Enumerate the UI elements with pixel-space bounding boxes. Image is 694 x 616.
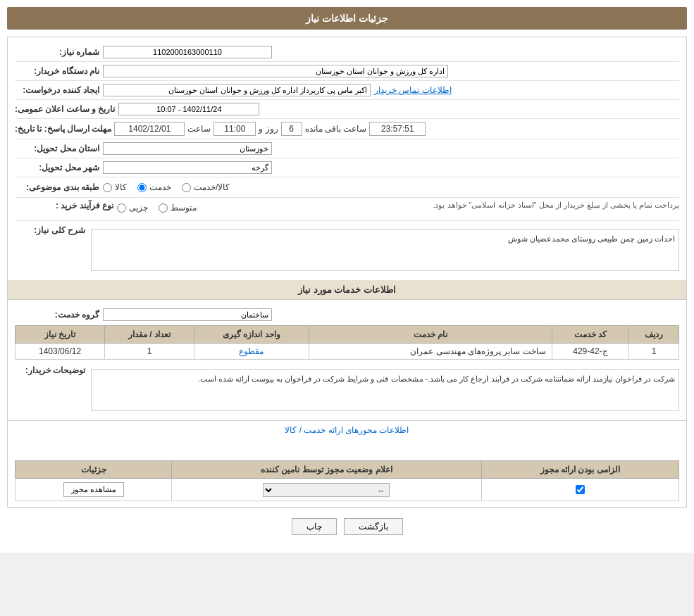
cell-date: 1403/06/12 xyxy=(16,344,105,360)
need-description-label: شرح کلی نیاز: xyxy=(15,225,85,235)
deadline-time-label: ساعت xyxy=(187,124,211,134)
col-service-code: کد خدمت xyxy=(552,326,628,344)
buyer-org-input[interactable] xyxy=(103,65,448,77)
status-cell: -- xyxy=(172,479,481,501)
cell-service-name: ساخت سایر پروژه‌های مهندسی عمران xyxy=(309,344,552,360)
purchase-minor-label: جزیی xyxy=(129,203,148,213)
province-label: استان محل تحویل: xyxy=(15,144,99,153)
purchase-minor-radio[interactable] xyxy=(117,203,126,213)
purchase-note: پرداخت تمام یا بخشی از مبلغ خریدار از مح… xyxy=(200,201,679,210)
buyer-org-label: نام دستگاه خریدار: xyxy=(15,66,99,76)
deadline-date-value: 1402/12/01 xyxy=(114,122,185,136)
province-input[interactable] xyxy=(103,142,272,155)
category-khidmat-radio[interactable] xyxy=(137,183,147,192)
category-kala-khidmat-label: کالا/خدمت xyxy=(194,182,230,192)
col-date: تاریخ نیاز xyxy=(16,326,105,344)
category-kala-khidmat-radio[interactable] xyxy=(182,183,191,192)
category-label: طبقه بندی موضوعی: xyxy=(15,182,99,192)
city-label: شهر محل تحویل: xyxy=(15,163,99,172)
category-khidmat-label: خدمت xyxy=(149,182,171,192)
services-table: ردیف کد خدمت نام خدمت واحد اندازه گیری ت… xyxy=(15,325,679,360)
city-input[interactable] xyxy=(103,161,272,174)
permissions-table: الزامی بودن ارائه مجوز اعلام وضعیت مجوز … xyxy=(15,460,679,501)
required-checkbox-cell xyxy=(488,485,673,494)
requester-label: ایجاد کننده درخواست: xyxy=(15,85,99,95)
deadline-days-label: روز و xyxy=(259,124,278,134)
need-number-input[interactable] xyxy=(103,46,272,58)
need-description-box: احداث زمین چمن طبیعی روستای محمدعضیان شو… xyxy=(91,229,679,271)
category-kala-khidmat[interactable]: کالا/خدمت xyxy=(182,182,230,192)
permissions-link[interactable]: اطلاعات مجوزهای ارائه خدمت / کالا xyxy=(8,420,686,439)
deadline-days-value: 6 xyxy=(281,122,302,136)
col-row-num: ردیف xyxy=(629,326,679,344)
category-kala[interactable]: کالا xyxy=(103,182,127,192)
col-status: اعلام وضعیت مجوز توسط نامین کننده xyxy=(172,461,481,479)
deadline-remaining-value: 23:57:51 xyxy=(369,122,426,136)
col-unit: واحد اندازه گیری xyxy=(194,326,309,344)
table-row: 1 ج-42-429 ساخت سایر پروژه‌های مهندسی عم… xyxy=(16,344,679,360)
col-quantity: تعداد / مقدار xyxy=(105,326,194,344)
need-number-label: شماره نیاز: xyxy=(15,47,99,57)
category-kala-label: کالا xyxy=(115,182,127,192)
deadline-label: مهلت ارسال پاسخ: تا تاریخ: xyxy=(15,124,111,134)
buyer-notes-label: توضیحات خریدار: xyxy=(15,365,85,375)
service-group-label: گروه خدمت: xyxy=(15,310,99,320)
announce-date-label: تاریخ و ساعت اعلان عمومی: xyxy=(15,104,115,114)
requester-contact-link[interactable]: اطلاعات تماس خریدار xyxy=(374,85,452,95)
cell-unit: مقطوع xyxy=(194,344,309,360)
purchase-type-label: نوع فرآیند خرید : xyxy=(15,201,113,210)
purchase-medium-radio[interactable] xyxy=(159,203,168,213)
announce-date-input[interactable] xyxy=(118,103,259,115)
category-kala-radio[interactable] xyxy=(103,183,112,192)
col-service-name: نام خدمت xyxy=(309,326,552,344)
required-checkbox[interactable] xyxy=(576,485,585,494)
footer-buttons: بازگشت چاپ xyxy=(7,518,687,535)
purchase-medium-label: متوسط xyxy=(171,203,197,213)
buyer-notes-box: شرکت در فراخوان نیازمند ارائه ضمانتنامه … xyxy=(91,369,679,411)
purchase-minor[interactable]: جزیی xyxy=(117,203,148,213)
service-group-input[interactable] xyxy=(103,308,272,321)
deadline-remaining-label: ساعت باقی مانده xyxy=(305,124,367,134)
back-button[interactable]: بازگشت xyxy=(344,518,403,535)
page-title: جزئیات اطلاعات نیاز xyxy=(7,7,687,30)
requester-input[interactable] xyxy=(103,84,371,96)
cell-service-code: ج-42-429 xyxy=(552,344,628,360)
details-cell: مشاهده مجوز xyxy=(16,479,172,501)
view-permit-button[interactable]: مشاهده مجوز xyxy=(63,482,124,497)
permission-row: -- مشاهده مجوز xyxy=(16,479,679,501)
col-required: الزامی بودن ارائه مجوز xyxy=(481,461,678,479)
category-khidmat[interactable]: خدمت xyxy=(137,182,171,192)
cell-row-num: 1 xyxy=(629,344,679,360)
status-dropdown[interactable]: -- xyxy=(263,483,390,497)
cell-quantity: 1 xyxy=(105,344,194,360)
col-details: جزئیات xyxy=(16,461,172,479)
print-button[interactable]: چاپ xyxy=(292,518,337,535)
purchase-medium[interactable]: متوسط xyxy=(159,203,197,213)
deadline-time-value: 11:00 xyxy=(213,122,256,136)
services-section-header: اطلاعات خدمات مورد نیاز xyxy=(8,280,686,300)
